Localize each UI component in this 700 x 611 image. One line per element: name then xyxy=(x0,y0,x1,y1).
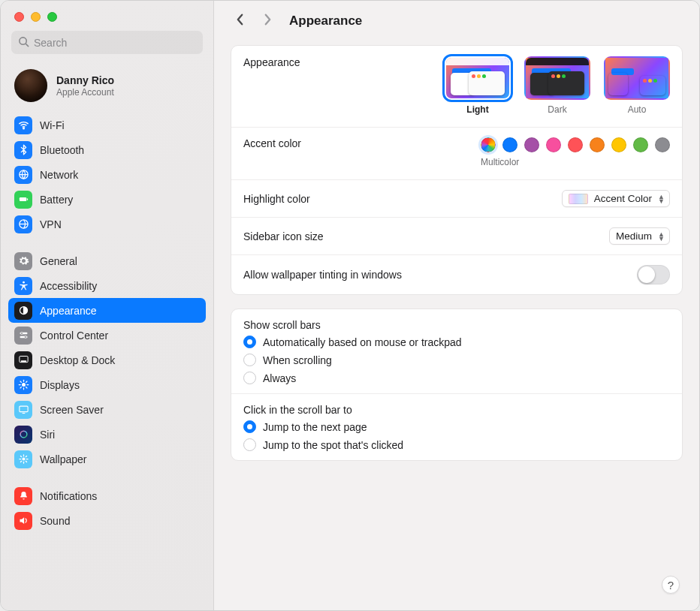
accent-selected-label: Multicolor xyxy=(481,157,670,167)
chevron-updown-icon: ▲▼ xyxy=(658,194,665,203)
accent-graphite[interactable] xyxy=(655,137,670,152)
window-controls xyxy=(1,1,213,31)
sidebar-item-general[interactable]: General xyxy=(8,248,206,273)
option-label: Light xyxy=(466,104,488,115)
accent-pink[interactable] xyxy=(546,137,561,152)
sidebar-item-label: Screen Saver xyxy=(40,404,104,416)
svg-rect-4 xyxy=(19,197,26,201)
row-label: Sidebar icon size xyxy=(243,230,324,242)
sidebar-item-wallpaper[interactable]: Wallpaper xyxy=(8,447,206,471)
main-pane: Appearance Appearance Light xyxy=(214,1,699,610)
content: Appearance Light xyxy=(214,38,699,610)
globe-icon xyxy=(14,166,32,184)
appearance-panel: Appearance Light xyxy=(231,45,683,295)
sidebar-item-control-center[interactable]: Control Center xyxy=(8,323,206,348)
accent-yellow[interactable] xyxy=(611,137,626,152)
sidebar-item-label: Sound xyxy=(40,515,70,527)
scrollclick-option-jump-here[interactable]: Jump to the spot that's clicked xyxy=(243,438,670,451)
accent-purple[interactable] xyxy=(524,137,539,152)
option-label: Jump to the next page xyxy=(263,421,367,433)
accent-color-swatches xyxy=(481,137,670,152)
appearance-option-dark[interactable]: Dark xyxy=(524,56,590,115)
svg-point-2 xyxy=(23,128,24,129)
back-button[interactable] xyxy=(235,13,245,29)
sidebar-item-battery[interactable]: Battery xyxy=(8,187,206,212)
svg-line-32 xyxy=(26,461,26,462)
scrollbars-option-auto[interactable]: Automatically based on mouse or trackpad xyxy=(243,336,670,348)
sidebar-list: Wi-Fi Bluetooth Network Battery VPN xyxy=(1,113,213,610)
sidebar-item-vpn[interactable]: VPN xyxy=(8,212,206,236)
accent-blue[interactable] xyxy=(502,137,517,152)
sidebar-item-wifi[interactable]: Wi-Fi xyxy=(8,113,206,137)
sidebar-item-label: Network xyxy=(40,169,78,181)
search-input[interactable] xyxy=(34,37,196,49)
sidebar-icon-size-select[interactable]: Medium ▲▼ xyxy=(609,227,670,245)
option-label: Always xyxy=(263,372,296,384)
bell-icon xyxy=(14,487,32,505)
minimize-window-button[interactable] xyxy=(31,12,41,22)
wallpaper-tinting-toggle[interactable] xyxy=(637,265,670,284)
accent-orange[interactable] xyxy=(590,137,605,152)
sidebar-item-appearance[interactable]: Appearance xyxy=(8,298,206,323)
sidebar-item-bluetooth[interactable]: Bluetooth xyxy=(8,137,206,162)
sidebar-item-notifications[interactable]: Notifications xyxy=(8,483,206,508)
accessibility-icon xyxy=(14,277,32,295)
sidebar-item-label: Desktop & Dock xyxy=(40,354,115,366)
screen-saver-icon xyxy=(14,401,32,419)
svg-point-26 xyxy=(22,458,25,461)
appearance-option-light[interactable]: Light xyxy=(445,56,511,115)
accent-red[interactable] xyxy=(568,137,583,152)
sidebar-item-siri[interactable]: Siri xyxy=(8,422,206,447)
siri-icon xyxy=(14,426,32,444)
bluetooth-icon xyxy=(14,141,32,159)
scrollbars-option-when-scrolling[interactable]: When scrolling xyxy=(243,354,670,366)
accent-multicolor[interactable] xyxy=(481,137,496,152)
accent-green[interactable] xyxy=(633,137,648,152)
radio-icon xyxy=(243,438,256,451)
sidebar-item-displays[interactable]: Displays xyxy=(8,372,206,397)
scrollclick-options: Jump to the next page Jump to the spot t… xyxy=(231,419,682,460)
forward-button[interactable] xyxy=(263,13,273,29)
sidebar-item-label: Notifications xyxy=(40,490,97,502)
sidebar-item-accessibility[interactable]: Accessibility xyxy=(8,273,206,298)
battery-icon xyxy=(14,191,32,209)
svg-rect-14 xyxy=(20,360,26,362)
svg-point-0 xyxy=(20,37,26,44)
sidebar-item-screen-saver[interactable]: Screen Saver xyxy=(8,397,206,422)
apple-account-row[interactable]: Danny Rico Apple Account xyxy=(1,62,213,113)
sidebar-item-label: VPN xyxy=(40,218,62,230)
svg-line-33 xyxy=(20,461,21,462)
sidebar-item-label: Siri xyxy=(40,429,55,441)
help-button[interactable]: ? xyxy=(662,576,680,594)
wifi-icon xyxy=(14,116,32,134)
svg-point-25 xyxy=(20,431,27,438)
accent-color-row: Accent color Multicolor xyxy=(231,127,682,179)
scrollbars-option-always[interactable]: Always xyxy=(243,372,670,384)
sidebar-item-label: Bluetooth xyxy=(40,144,84,156)
highlight-color-select[interactable]: Accent Color ▲▼ xyxy=(562,190,670,207)
scroll-panel: Show scroll bars Automatically based on … xyxy=(231,309,683,461)
option-label: When scrolling xyxy=(263,354,332,366)
scrollbars-title: Show scroll bars xyxy=(231,309,682,334)
svg-line-34 xyxy=(26,456,26,456)
sidebar-item-desktop-dock[interactable]: Desktop & Dock xyxy=(8,348,206,372)
row-label: Allow wallpaper tinting in windows xyxy=(243,269,402,281)
select-value: Accent Color xyxy=(594,193,652,204)
select-value: Medium xyxy=(616,230,652,242)
fullscreen-window-button[interactable] xyxy=(47,12,57,22)
svg-point-11 xyxy=(20,333,23,335)
close-window-button[interactable] xyxy=(14,12,24,22)
search-icon xyxy=(18,36,29,50)
scrollclick-option-next-page[interactable]: Jump to the next page xyxy=(243,420,670,433)
profile-name: Danny Rico xyxy=(56,74,114,86)
sidebar-item-label: Wallpaper xyxy=(40,453,87,465)
appearance-option-auto[interactable]: Auto xyxy=(604,56,670,115)
sidebar-item-network[interactable]: Network xyxy=(8,162,206,187)
svg-rect-24 xyxy=(19,406,27,412)
sidebar-item-sound[interactable]: Sound xyxy=(8,508,206,533)
wallpaper-icon xyxy=(14,450,32,468)
search-field[interactable] xyxy=(11,31,203,54)
titlebar: Appearance xyxy=(214,1,699,38)
appearance-icon xyxy=(14,302,32,320)
sound-icon xyxy=(14,512,32,530)
